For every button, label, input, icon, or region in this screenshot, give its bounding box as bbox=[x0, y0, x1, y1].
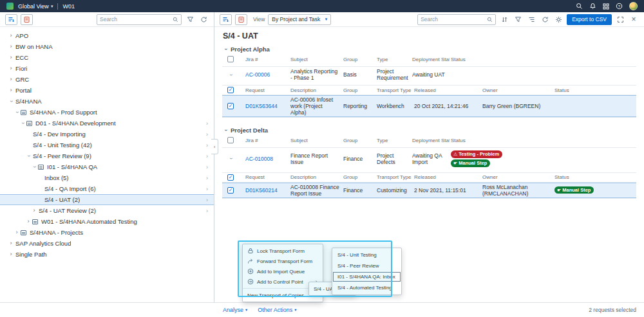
apps-grid-icon[interactable] bbox=[603, 3, 609, 10]
tree-item-i01-qa[interactable]: I01 - S/4HANA QA bbox=[0, 161, 214, 172]
select-all-checkbox[interactable] bbox=[227, 56, 234, 62]
requests-search-box[interactable] bbox=[417, 14, 496, 25]
drill-in-icon[interactable] bbox=[206, 197, 208, 203]
column-header-group[interactable]: Group bbox=[342, 173, 375, 181]
drill-in-icon[interactable] bbox=[206, 142, 208, 149]
analyse-button[interactable]: Analyse▾ bbox=[223, 307, 247, 313]
jira-link[interactable]: AC-010008 bbox=[244, 154, 289, 163]
column-header-status[interactable]: Status bbox=[450, 55, 636, 64]
filter-icon[interactable] bbox=[513, 14, 523, 24]
row-expander-icon[interactable] bbox=[227, 72, 234, 78]
group-by-icon[interactable] bbox=[526, 14, 536, 24]
search-icon[interactable] bbox=[487, 17, 493, 23]
task-row-ac-00006[interactable]: AC-00006 Analytics Reporting - Phase 1 B… bbox=[222, 67, 636, 86]
column-header-transport-type[interactable]: Transport Type bbox=[375, 173, 413, 181]
drill-in-icon[interactable] bbox=[206, 131, 208, 138]
column-header-group[interactable]: Group bbox=[342, 86, 375, 95]
sort-icon[interactable] bbox=[499, 14, 509, 24]
column-header-deployment-status[interactable]: Deployment Status bbox=[411, 55, 450, 64]
chevron-right-icon[interactable] bbox=[8, 251, 14, 257]
column-header-status[interactable]: Status bbox=[553, 86, 636, 95]
submenu-item-i01-qa-inbox[interactable]: I01 - S/4HANA QA: Inbox bbox=[332, 271, 401, 282]
notifications-bell-icon[interactable] bbox=[589, 3, 596, 10]
column-header-subject[interactable]: Subject bbox=[289, 55, 342, 64]
tree-search-box[interactable] bbox=[97, 14, 182, 25]
column-header-type[interactable]: Type bbox=[375, 55, 411, 64]
chevron-right-icon[interactable] bbox=[31, 208, 37, 213]
tree-item-d01-development[interactable]: D01 - S/4HANA Development bbox=[0, 118, 214, 129]
tree-item-s4hana-prod-support[interactable]: S/4HANA - Prod Support bbox=[0, 107, 214, 118]
tree-item-s4hana-projects[interactable]: S/4HANA - Projects bbox=[0, 227, 214, 238]
tree-item-s4-qa-import[interactable]: S/4 - QA Import (6) bbox=[0, 183, 214, 194]
other-actions-button[interactable]: Other Actions▾ bbox=[258, 307, 296, 313]
chevron-right-icon[interactable] bbox=[8, 44, 14, 50]
row-checkbox[interactable] bbox=[227, 187, 234, 194]
tree-item-portal[interactable]: Portal bbox=[0, 85, 214, 96]
submenu-item-s4-unit-testing[interactable]: S/4 - Unit Testing bbox=[332, 249, 401, 260]
filter-icon[interactable] bbox=[185, 14, 195, 24]
tree-item-ecc[interactable]: ECC bbox=[0, 52, 214, 63]
column-header-description[interactable]: Description bbox=[289, 173, 342, 181]
column-header-request[interactable]: Request bbox=[244, 173, 289, 181]
chevron-right-icon[interactable] bbox=[8, 66, 14, 71]
column-header-subject[interactable]: Subject bbox=[289, 136, 342, 145]
panel-collapse-handle[interactable]: ‹ bbox=[211, 139, 218, 154]
tree-item-s4-uat-review[interactable]: S/4 - UAT Review (2) bbox=[0, 205, 214, 216]
drill-in-icon[interactable] bbox=[206, 164, 208, 170]
tree-item-apo[interactable]: APO bbox=[0, 30, 214, 41]
tree-item-sap-analytics-cloud[interactable]: SAP Analytics Cloud bbox=[0, 238, 214, 249]
chevron-right-icon[interactable] bbox=[25, 219, 32, 224]
chevron-down-icon[interactable] bbox=[31, 164, 37, 170]
view-mode-select[interactable]: By Project and Task ▾ bbox=[268, 14, 331, 25]
column-header-owner[interactable]: Owner bbox=[481, 173, 553, 181]
transport-row-d01k560214[interactable]: D01K560214 AC-010008 Finance Report Issu… bbox=[222, 183, 636, 199]
search-icon[interactable] bbox=[173, 17, 178, 23]
transport-form-view-button[interactable] bbox=[21, 14, 33, 25]
tree-item-s4-unit-testing[interactable]: S/4 - Unit Testing (42) bbox=[0, 140, 214, 150]
tree-search-input[interactable] bbox=[100, 16, 171, 23]
column-header-status[interactable]: Status bbox=[553, 173, 636, 181]
chevron-down-icon[interactable] bbox=[25, 153, 32, 159]
help-icon[interactable]: ? bbox=[616, 3, 623, 10]
tree-item-inbox[interactable]: Inbox (5) bbox=[0, 172, 214, 183]
select-all-checkbox[interactable] bbox=[227, 87, 234, 93]
chevron-right-icon[interactable] bbox=[8, 240, 14, 246]
search-icon[interactable] bbox=[576, 3, 583, 10]
chevron-down-icon[interactable] bbox=[14, 109, 20, 115]
refresh-icon[interactable] bbox=[198, 14, 209, 24]
row-checkbox[interactable] bbox=[227, 103, 234, 109]
chevron-right-icon[interactable] bbox=[14, 230, 20, 235]
column-header-description[interactable]: Description bbox=[289, 86, 342, 95]
submenu-item-s4-peer-review[interactable]: S/4 - Peer Review bbox=[332, 260, 401, 271]
row-expander-icon[interactable] bbox=[227, 156, 234, 161]
global-view-selector[interactable]: Global View ▾ bbox=[18, 3, 53, 10]
section-header-project-alpha[interactable]: Project Alpha bbox=[222, 46, 636, 53]
chevron-right-icon[interactable] bbox=[8, 87, 14, 93]
column-header-jira[interactable]: Jira # bbox=[244, 136, 289, 145]
column-header-jira[interactable]: Jira # bbox=[244, 55, 289, 64]
submenu-item-s4-automated-testing[interactable]: S/4 - Automated Testing bbox=[332, 282, 401, 293]
chevron-right-icon[interactable] bbox=[8, 55, 14, 60]
menu-item-lock-transport-form[interactable]: Lock Transport Form bbox=[243, 246, 323, 256]
close-icon[interactable]: × bbox=[629, 14, 639, 24]
tree-item-fiori[interactable]: Fiori bbox=[0, 63, 214, 74]
chevron-down-icon[interactable] bbox=[8, 98, 14, 104]
tree-item-bw-on-hana[interactable]: BW on HANA bbox=[0, 41, 214, 52]
column-header-type[interactable]: Type bbox=[375, 136, 411, 145]
import-queue-view-button[interactable] bbox=[220, 14, 232, 25]
tree-item-s4hana[interactable]: S/4HANA bbox=[0, 96, 214, 107]
drill-in-icon[interactable] bbox=[206, 120, 208, 127]
request-link[interactable]: D01K563644 bbox=[244, 102, 289, 111]
task-row-ac-010008[interactable]: AC-010008 Finance Report Issue Finance P… bbox=[222, 148, 636, 173]
export-to-csv-button[interactable]: Export to CSV bbox=[567, 14, 612, 25]
refresh-icon[interactable] bbox=[540, 14, 550, 24]
chevron-right-icon[interactable] bbox=[8, 33, 14, 39]
requests-search-input[interactable] bbox=[421, 16, 485, 23]
tree-item-single-path[interactable]: Single Path bbox=[0, 249, 214, 260]
menu-item-forward-transport-form[interactable]: Forward Transport Form bbox=[243, 256, 323, 266]
column-header-group[interactable]: Group bbox=[342, 136, 375, 145]
tree-item-w01-automated-testing[interactable]: W01 - S/4HANA Automated Testing bbox=[0, 216, 214, 227]
drill-in-icon[interactable] bbox=[206, 153, 208, 159]
column-header-released[interactable]: Released bbox=[413, 86, 481, 95]
column-header-transport-type[interactable]: Transport Type bbox=[375, 86, 413, 95]
